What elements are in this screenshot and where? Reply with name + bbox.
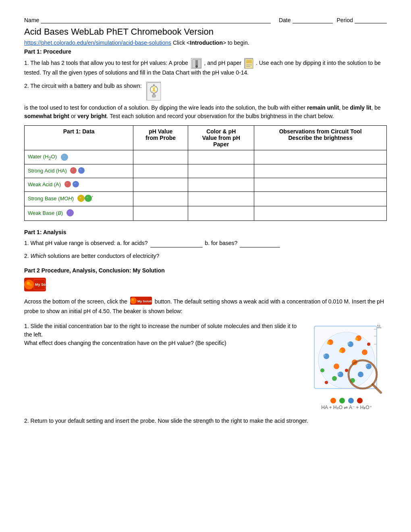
remain-unlit-text: remain unlit (307, 104, 339, 111)
probe-icon (191, 58, 201, 69)
analysis-q1: 1. What pH value range is observed: a. f… (24, 239, 387, 247)
dimly-lit-text: dimly lit (350, 104, 372, 111)
col-header-color-ph: Color & pHValue from pHPaper (188, 126, 254, 150)
somewhat-bright-text: somewhat bright (24, 113, 69, 119)
svg-point-23 (86, 197, 88, 198)
strong-base-icon: + - (77, 194, 95, 204)
svg-point-15 (80, 169, 82, 170)
equation-formula: HA + H₂O ⇌ A⁻ + H₃O⁺ (306, 405, 387, 410)
svg-point-22 (85, 195, 92, 202)
my-solution-icon-graphic: My Solution (24, 286, 46, 293)
col-header-ph-probe: pH Valuefrom Probe (133, 126, 188, 150)
svg-point-36 (131, 299, 133, 301)
name-label: Name (24, 17, 39, 23)
beaker-diagram: 1L (306, 322, 387, 410)
row-strong-base-color (188, 192, 254, 206)
acid-ph-blank (150, 241, 203, 247)
row-strong-base-ph (133, 192, 188, 206)
svg-point-74 (357, 398, 363, 403)
part2-heading: Part 2 Procedure, Analysis, Conclusion: … (24, 267, 387, 274)
part2-section: Part 2 Procedure, Analysis, Conclusion: … (24, 267, 387, 425)
row-weak-base-obs (254, 206, 387, 221)
procedure-para1: 1. The lab has 2 tools that allow you to… (24, 58, 387, 77)
svg-point-65 (320, 368, 324, 372)
row-water-color (188, 150, 254, 164)
row-water-label: Water (H2O) (25, 150, 133, 164)
part2-q2-text: 2. Return to your default setting and in… (24, 417, 387, 425)
svg-point-46 (327, 341, 330, 345)
para2b-text: is the tool used to test for conduction … (24, 104, 387, 121)
para1-mid: , and pH paper (204, 60, 242, 66)
row-weak-acid-label: Weak Acid (A) (25, 178, 133, 192)
analysis-heading: Part 1: Analysis (24, 229, 387, 235)
row-strong-acid-obs (254, 164, 387, 178)
svg-point-20 (77, 195, 85, 202)
svg-point-51 (362, 349, 367, 355)
svg-point-68 (325, 381, 328, 384)
very-bright-text: very bright (77, 113, 106, 119)
table-header-row: Part 1: Data pH Valuefrom Probe Color & … (25, 126, 387, 150)
svg-point-2 (195, 65, 198, 68)
page-title: Acid Bases WebLab PhET Chromebook Versio… (24, 27, 387, 37)
svg-text:My Solution: My Solution (35, 283, 46, 287)
svg-rect-9 (152, 95, 156, 97)
row-weak-acid-color (188, 178, 254, 192)
svg-point-18 (73, 181, 79, 187)
svg-rect-4 (246, 60, 252, 63)
svg-point-52 (334, 364, 339, 369)
part1-heading: Part 1: Procedure (24, 48, 387, 55)
bulb-circuit-icon (146, 82, 161, 100)
svg-point-21 (79, 197, 81, 198)
table-row: Weak Base (B) (25, 206, 387, 221)
svg-point-19 (74, 183, 76, 184)
svg-point-13 (72, 169, 74, 170)
svg-text:My Solution: My Solution (137, 299, 152, 303)
weak-base-icon (66, 209, 74, 218)
svg-point-61 (337, 372, 340, 375)
row-strong-acid-color (188, 164, 254, 178)
svg-point-48 (355, 337, 358, 341)
phet-link[interactable]: https://phet.colorado.edu/en/simulation/… (24, 39, 171, 46)
svg-point-27 (68, 212, 70, 213)
svg-point-31 (29, 284, 32, 286)
row-strong-acid-label: Strong Acid (HA) (25, 164, 133, 178)
period-label: Period (337, 17, 353, 23)
my-solution-inline-btn: My Solution (130, 297, 152, 307)
svg-point-50 (339, 349, 342, 353)
svg-point-72 (339, 398, 345, 403)
link-suffix: Click <Introduction> to begin. (173, 39, 249, 46)
period-blank (355, 16, 387, 23)
table-row: Weak Acid (A) (25, 178, 387, 192)
svg-rect-1 (195, 60, 198, 66)
table-row: Strong Acid (HA) (25, 164, 387, 178)
svg-text:1L: 1L (377, 324, 382, 329)
table-row: Strong Base (MOH) + - (25, 192, 387, 206)
row-strong-base-label: Strong Base (MOH) + - (25, 192, 133, 206)
row-weak-base-ph (133, 206, 188, 221)
row-weak-acid-obs (254, 178, 387, 192)
col-header-observations: Observations from Circuit ToolDescribe t… (254, 126, 387, 150)
ph-paper-icon (244, 58, 253, 69)
svg-point-57 (347, 342, 350, 345)
water-icon (60, 153, 69, 162)
table-row: Water (H2O) (25, 150, 387, 164)
svg-point-16 (64, 181, 71, 187)
analysis-q2: 2. Which solutions are better conductors… (24, 251, 387, 260)
svg-point-12 (70, 167, 77, 174)
svg-text:-: - (91, 198, 93, 202)
svg-point-11 (62, 155, 64, 157)
svg-point-55 (323, 354, 326, 357)
header-line: Name Date Period (24, 16, 387, 23)
data-table: Part 1: Data pH Valuefrom Probe Color & … (24, 125, 387, 221)
svg-point-66 (345, 369, 348, 372)
equation-text: HA + H₂O ⇌ A⁻ + H₃O⁺ (306, 397, 387, 410)
para1-text: 1. The lab has 2 tools that allow you to… (24, 60, 188, 66)
row-weak-base-label: Weak Base (B) (25, 206, 133, 221)
row-strong-base-obs (254, 192, 387, 206)
row-water-obs (254, 150, 387, 164)
link-line: https://phet.colorado.edu/en/simulation/… (24, 39, 387, 46)
date-blank (293, 16, 333, 23)
base-ph-blank (240, 241, 280, 247)
analysis-section: Part 1: Analysis 1. What pH value range … (24, 229, 387, 261)
svg-point-73 (348, 398, 354, 403)
